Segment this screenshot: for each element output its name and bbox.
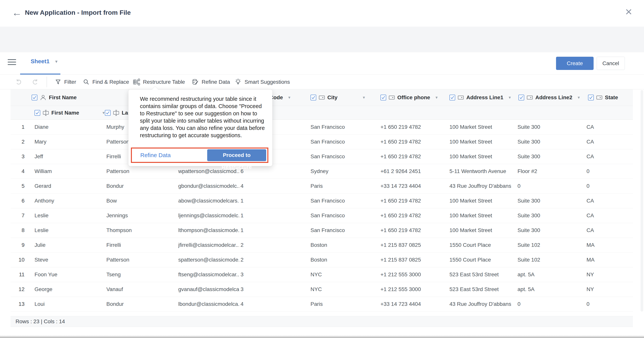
cell-phone[interactable]: +1 215 837 0825: [380, 238, 448, 252]
column-header-state[interactable]: State: [588, 89, 618, 106]
cell-a1[interactable]: 100 Market Street: [450, 194, 516, 208]
cell-city[interactable]: NYC: [310, 282, 378, 296]
cell-last[interactable]: Patterson: [106, 164, 176, 178]
cell-a1[interactable]: 100 Market Street: [450, 149, 516, 164]
cell-state[interactable]: CA: [586, 120, 632, 134]
table-row[interactable]: 11Foon YueTsengftseng@classicmodelcar...…: [10, 267, 633, 282]
checkbox-checked[interactable]: [588, 95, 594, 100]
cell-email[interactable]: lthompson@classicmode...: [178, 223, 239, 238]
table-row[interactable]: 13LouiBondurlbondur@classicmodelca...4Pa…: [10, 297, 633, 312]
cell-code[interactable]: 2: [240, 238, 264, 252]
cell-city[interactable]: San Francisco: [310, 120, 378, 134]
cell-a1[interactable]: 1550 Court Place: [450, 252, 516, 267]
cell-first[interactable]: William: [34, 164, 104, 178]
cell-phone[interactable]: +33 14 723 4404: [380, 179, 448, 193]
cell-first[interactable]: Leslie: [34, 223, 104, 238]
cell-code[interactable]: 4: [240, 297, 264, 311]
cell-a2[interactable]: Floor #2: [518, 164, 584, 178]
cell-a2[interactable]: Suite 300: [518, 149, 584, 164]
cell-n[interactable]: 1: [10, 120, 24, 134]
cell-city[interactable]: San Francisco: [310, 223, 378, 238]
cell-phone[interactable]: +61 2 9264 2451: [380, 164, 448, 178]
cell-email[interactable]: lbondur@classicmodelca...: [178, 297, 239, 311]
cell-phone[interactable]: +1 212 555 3000: [380, 267, 448, 282]
cell-first[interactable]: Julie: [34, 238, 104, 252]
restructure-table-button[interactable]: Restructure Table: [133, 75, 185, 89]
cell-phone[interactable]: +1 650 219 4782: [380, 223, 448, 238]
cell-phone[interactable]: +1 212 555 3000: [380, 282, 448, 296]
cell-city[interactable]: San Francisco: [310, 208, 378, 223]
chevron-down-icon[interactable]: ▾: [509, 95, 511, 100]
table-row[interactable]: 10StevePattersonspatterson@classicmode..…: [10, 252, 633, 267]
cell-n[interactable]: 13: [10, 297, 24, 311]
cell-n[interactable]: 2: [10, 134, 24, 149]
cell-city[interactable]: San Francisco: [310, 149, 378, 164]
cell-email[interactable]: ftseng@classicmodelcar...: [178, 267, 239, 282]
cell-state[interactable]: CA: [586, 134, 632, 149]
cell-a1[interactable]: 523 East 53rd Street: [450, 282, 516, 296]
column-header-first-name[interactable]: First Name: [32, 89, 77, 106]
cell-state[interactable]: CA: [586, 223, 632, 238]
cell-state[interactable]: CA: [586, 208, 632, 223]
table-row[interactable]: 9JulieFirrellijfirrelli@classicmodelcar.…: [10, 238, 633, 252]
cell-state[interactable]: MA: [586, 238, 632, 252]
table-row[interactable]: 4WilliamPattersonwpatterson@classicmod..…: [10, 164, 633, 179]
cell-state[interactable]: CA: [586, 149, 632, 164]
cell-state[interactable]: 0: [586, 179, 632, 193]
sheet-tab[interactable]: Sheet1: [31, 58, 50, 64]
cell-code[interactable]: 3: [240, 267, 264, 282]
checkbox-checked[interactable]: [32, 95, 38, 100]
table-row[interactable]: 2MaryPattersonSan Francisco+1 650 219 47…: [10, 134, 633, 149]
table-row[interactable]: 5GerardBondurgbondur@classicmodelc...4Pa…: [10, 179, 633, 194]
cell-city[interactable]: NYC: [310, 267, 378, 282]
cell-state[interactable]: CA: [586, 194, 632, 208]
cell-a1[interactable]: 5-11 Wentworth Avenue: [450, 164, 516, 178]
cell-last[interactable]: Patterson: [106, 252, 176, 267]
cell-a1[interactable]: 43 Rue Jouffroy D'abbans: [450, 179, 516, 193]
cell-phone[interactable]: +1 650 219 4782: [380, 149, 448, 164]
cell-a1[interactable]: 1550 Court Place: [450, 238, 516, 252]
cell-last[interactable]: Thompson: [106, 223, 176, 238]
proceed-to-restructure-button[interactable]: Proceed to Restructure: [207, 149, 266, 161]
cell-last[interactable]: Bondur: [106, 179, 176, 193]
chevron-down-icon[interactable]: ▾: [288, 95, 290, 100]
cell-a1[interactable]: 100 Market Street: [450, 223, 516, 238]
column-header-address-line2[interactable]: Address Line2 ▾: [518, 89, 580, 106]
cell-first[interactable]: Steve: [34, 252, 104, 267]
cell-last[interactable]: Jennings: [106, 208, 176, 223]
cell-first[interactable]: George: [34, 282, 104, 296]
cell-a2[interactable]: 0: [518, 179, 584, 193]
cell-a2[interactable]: Suite 300: [518, 120, 584, 134]
undo-button[interactable]: [15, 75, 22, 89]
cell-phone[interactable]: +1 650 219 4782: [380, 208, 448, 223]
chevron-down-icon[interactable]: ▾: [102, 110, 105, 115]
checkbox-checked[interactable]: [105, 110, 110, 116]
table-row[interactable]: 6AnthonyBowabow@classicmodelcars....1San…: [10, 194, 633, 208]
cell-phone[interactable]: +1 215 837 0825: [380, 252, 448, 267]
cell-n[interactable]: 12: [10, 282, 24, 296]
cell-a2[interactable]: Suite 300: [518, 194, 584, 208]
column-header-office-phone[interactable]: Office phone ▾: [380, 89, 438, 106]
cell-n[interactable]: 10: [10, 252, 24, 267]
cell-city[interactable]: Paris: [310, 179, 378, 193]
cell-n[interactable]: 8: [10, 223, 24, 238]
cell-city[interactable]: San Francisco: [310, 194, 378, 208]
cell-state[interactable]: 0: [586, 297, 632, 311]
subcolumn-header-first-name[interactable]: First Name ▾: [34, 106, 105, 120]
cell-a2[interactable]: Suite 300: [518, 223, 584, 238]
checkbox-checked[interactable]: [310, 95, 316, 100]
cell-code[interactable]: 1: [240, 194, 264, 208]
cell-state[interactable]: MA: [586, 252, 632, 267]
cell-email[interactable]: abow@classicmodelcars....: [178, 194, 239, 208]
cell-first[interactable]: Jeff: [34, 149, 104, 164]
cell-a2[interactable]: apt. 5A: [518, 282, 584, 296]
cell-a1[interactable]: 100 Market Street: [450, 208, 516, 223]
chevron-down-icon[interactable]: ▾: [578, 95, 580, 100]
cell-first[interactable]: Gerard: [34, 179, 104, 193]
create-button[interactable]: Create: [556, 57, 594, 70]
cell-a2[interactable]: Suite 102: [518, 238, 584, 252]
refine-data-button[interactable]: Refine Data: [192, 75, 230, 89]
cell-state[interactable]: NY: [586, 282, 632, 296]
cell-last[interactable]: Firrelli: [106, 238, 176, 252]
cell-state[interactable]: 0: [586, 164, 632, 178]
